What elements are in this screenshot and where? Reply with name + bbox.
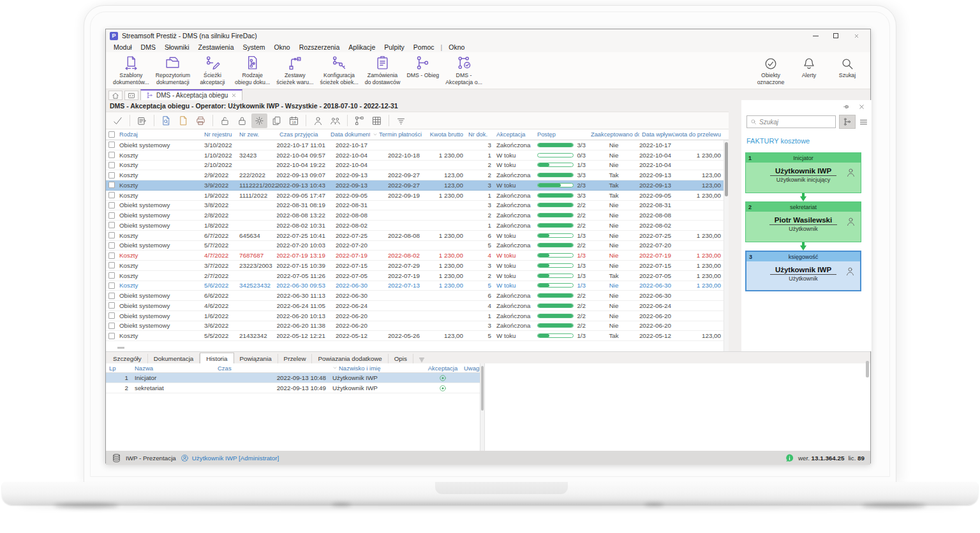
detail-tab-historia[interactable]: Historia [200, 353, 234, 363]
menu-item-aplikacje-7[interactable]: Aplikacje [344, 43, 380, 51]
table-row[interactable]: Koszty2/9/2022222/20222022-09-13 09:0720… [106, 170, 729, 180]
menu-item-rozszerzenia-6[interactable]: Rozszerzenia [295, 43, 345, 51]
history-column-uwagi[interactable]: Uwagi [461, 363, 480, 372]
history-column-akceptacja[interactable]: Akceptacja [425, 363, 461, 372]
detail-tab-powiazania-dodatkowe[interactable]: Powiazania dodatkowe [312, 354, 388, 363]
row-checkbox[interactable] [108, 333, 115, 339]
table-row[interactable]: Obiekt systemowy2/8/20222022-08-08 13:22… [106, 210, 729, 221]
ribbon-button-szablony-dokumentów[interactable]: Szablony dokumentów... [110, 54, 152, 89]
panel-close-icon[interactable] [858, 103, 865, 110]
column-header-kwota-do-przelewu[interactable]: Kwota do przelewu [674, 129, 724, 140]
workflow-step-inicjator[interactable]: 1InicjatorUżytkownik IWPUżytkownik inicj… [745, 152, 861, 193]
ribbon-button-zestawy-ścieżek-waru[interactable]: Zestawy ścieżek waru... [273, 54, 316, 89]
column-header-data-dokumentu[interactable]: Data dokumentu [328, 129, 370, 140]
home-button[interactable] [108, 91, 122, 100]
column-header-kwota-brutto[interactable]: Kwota brutto [422, 129, 466, 140]
table-row[interactable]: Koszty5/6/20223425234322022-06-30 09:532… [106, 281, 729, 291]
row-checkbox[interactable] [108, 232, 115, 238]
toolbar-copies-button[interactable] [269, 113, 285, 128]
history-column-nazwa[interactable]: Nazwa [131, 363, 214, 372]
row-checkbox[interactable] [108, 293, 115, 299]
toolbar-doc-preview-button[interactable] [158, 113, 174, 128]
column-header-termin-płatności[interactable]: Termin płatności [370, 129, 422, 140]
detail-tab-przelew[interactable]: Przelew [278, 354, 313, 363]
table-row[interactable]: Obiekt systemowy4/6/20222022-06-24 11:05… [106, 301, 729, 311]
table-row[interactable]: Obiekt systemowy1/6/20222022-06-20 10:13… [106, 311, 729, 321]
ribbon-button-obiekty-oznaczone[interactable]: Obiekty oznaczone [752, 54, 790, 89]
toolbar-calendar-button[interactable]: 18 [286, 113, 302, 128]
right-scrollbar-thumb[interactable] [866, 361, 869, 377]
table-row[interactable]: Obiekt systemowy5/7/20222022-07-20 10:03… [106, 241, 729, 251]
table-row[interactable]: Obiekt systemowy6/6/20222022-06-30 11:13… [106, 291, 729, 301]
toolbar-filter-button[interactable] [393, 113, 409, 128]
column-header-nr-dok[interactable]: Nr dok. [466, 129, 494, 140]
row-checkbox[interactable] [108, 192, 115, 198]
maximize-button[interactable] [826, 30, 846, 41]
table-row[interactable]: Obiekt systemowy3/10/20222022-10-17 11:0… [106, 140, 729, 150]
column-header-akceptacja[interactable]: Akceptacja [494, 129, 535, 140]
toolbar-grid-button[interactable] [369, 113, 385, 128]
ribbon-button-konfiguracja-ścieżek-obiek[interactable]: Konfiguracja ścieżek obiek... [316, 54, 361, 89]
current-user-link[interactable]: Użytkownik IWP [Administrator] [181, 454, 279, 462]
table-row[interactable]: Koszty3/9/20221112221/20222022-09-13 10:… [106, 180, 729, 191]
table-row[interactable]: Obiekt systemowy3/8/20222022-08-31 08:19… [106, 201, 729, 211]
ribbon-button-alerty[interactable]: Alerty [790, 54, 828, 89]
ribbon-button-dms-akceptacja-o[interactable]: DMS - Akceptacja o... [442, 54, 486, 89]
toolbar-gear-button[interactable] [251, 113, 267, 128]
detail-tab-szczegóły[interactable]: Szczegóły [107, 354, 148, 363]
row-checkbox[interactable] [108, 312, 115, 319]
menu-item-słowniki-2[interactable]: Słowniki [160, 43, 194, 51]
row-checkbox[interactable] [108, 172, 115, 179]
close-button[interactable] [846, 30, 866, 41]
tabs-more-icon[interactable] [418, 356, 426, 363]
minimize-button[interactable] [805, 30, 826, 41]
row-checkbox[interactable] [108, 262, 115, 268]
history-column-lp[interactable]: Lp [106, 363, 131, 372]
column-header-nr-rejestru[interactable]: Nr rejestru [202, 129, 237, 140]
row-checkbox[interactable] [108, 302, 115, 309]
row-checkbox[interactable] [108, 152, 115, 158]
menu-item-pulpity-8[interactable]: Pulpity [380, 43, 409, 51]
toolbar-doc-edit-button[interactable] [175, 113, 191, 128]
ribbon-button-zamówienia-do-dostawców[interactable]: Zamówienia do dostawców [362, 54, 404, 89]
table-row[interactable]: Koszty6/7/20226456342022-07-25 10:412022… [106, 231, 729, 241]
toolbar-check-button[interactable] [110, 113, 126, 128]
row-checkbox[interactable] [108, 162, 115, 168]
ribbon-button-ścieżki-akceptacji[interactable]: Ścieżki akceptacji [193, 54, 232, 89]
menu-item-moduł-0[interactable]: Moduł [109, 43, 137, 51]
detail-tab-opis[interactable]: Opis [389, 354, 413, 363]
panels-toggle-button[interactable] [124, 91, 138, 100]
menu-item-system-4[interactable]: System [239, 43, 270, 51]
toolbar-lock-closed-button[interactable] [234, 113, 250, 128]
row-checkbox[interactable] [108, 202, 115, 208]
row-checkbox[interactable] [108, 182, 115, 188]
table-row[interactable]: Koszty1/9/20221111/20222022-09-05 17:472… [106, 191, 729, 201]
toolbar-person-button[interactable] [310, 113, 326, 128]
toolbar-doc-export-button[interactable] [134, 113, 150, 128]
history-row[interactable]: 2sekretariat2022-09-13 10:49Użytkownik I… [106, 383, 480, 393]
menu-item-pomoc-9[interactable]: Pomoc [409, 43, 439, 51]
toolbar-printer-button[interactable] [193, 113, 209, 128]
row-checkbox[interactable] [108, 272, 115, 279]
row-checkbox[interactable] [108, 323, 115, 329]
history-row[interactable]: 1Inicjator2022-09-13 10:48Użytkownik IWP [106, 373, 480, 383]
table-row[interactable]: Koszty5/5/2022214323422022-05-12 12:2120… [106, 331, 729, 341]
history-column-nazwisko-i-imię[interactable]: Nazwisko i imię [329, 363, 425, 372]
table-row[interactable]: Koszty2/10/20222022-10-04 19:222022-10-0… [106, 161, 729, 171]
menu-item-okno-5[interactable]: Okno [270, 43, 295, 51]
ribbon-button-dms-obieg[interactable]: DMS - Obieg [403, 54, 442, 89]
row-checkbox[interactable] [108, 252, 115, 259]
workflow-step-sekretariat[interactable]: 2sekretariatPiotr WasilewskiUżytkownik [745, 201, 861, 242]
workflow-view-button[interactable] [839, 115, 856, 129]
row-checkbox[interactable] [108, 222, 115, 228]
menu-item-okno-11[interactable]: Okno [444, 43, 469, 51]
toolbar-lock-open-button[interactable] [217, 113, 233, 128]
ribbon-button-szukaj[interactable]: Szukaj [828, 54, 866, 89]
table-row[interactable]: Koszty3/7/202223223/20032022-07-15 10:39… [106, 261, 729, 271]
menu-item-dms-1[interactable]: DMS [137, 43, 160, 51]
column-header-rodzaj[interactable]: Rodzaj [106, 129, 202, 140]
table-row[interactable]: Koszty1/10/2022324232022-10-04 09:572022… [106, 150, 729, 161]
row-checkbox[interactable] [108, 212, 115, 219]
history-column-czas[interactable]: Czas [214, 363, 329, 372]
select-all-checkbox[interactable] [108, 131, 115, 138]
